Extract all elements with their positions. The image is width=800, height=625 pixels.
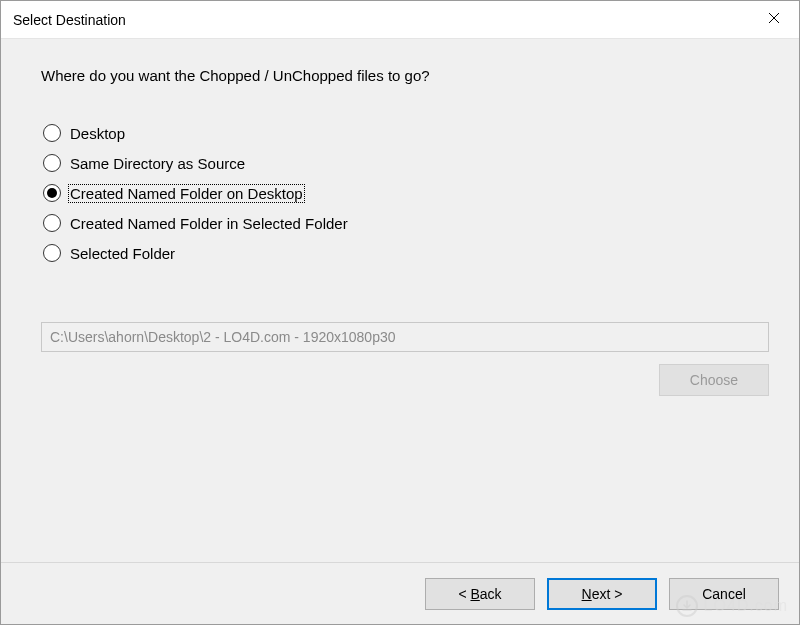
destination-path-input — [41, 322, 769, 352]
next-mnemonic: N — [582, 586, 592, 602]
radio-label: Desktop — [68, 125, 127, 142]
titlebar: Select Destination — [1, 1, 799, 39]
radio-label: Created Named Folder on Desktop — [68, 184, 305, 203]
next-button[interactable]: Next > — [547, 578, 657, 610]
close-icon — [768, 12, 780, 27]
inner-panel: Where do you want the Chopped / UnChoppe… — [1, 39, 799, 562]
close-button[interactable] — [749, 1, 799, 39]
choose-button: Choose — [659, 364, 769, 396]
content-panel: Where do you want the Chopped / UnChoppe… — [1, 39, 799, 624]
destination-radio-group: Desktop Same Directory as Source Created… — [41, 124, 769, 262]
dialog-window: Select Destination Where do you want the… — [0, 0, 800, 625]
back-rest: ack — [480, 586, 502, 602]
radio-icon-selected — [43, 184, 61, 202]
radio-desktop[interactable]: Desktop — [43, 124, 769, 142]
back-prefix: < — [458, 586, 470, 602]
cancel-button[interactable]: Cancel — [669, 578, 779, 610]
radio-label: Same Directory as Source — [68, 155, 247, 172]
radio-label: Created Named Folder in Selected Folder — [68, 215, 350, 232]
window-title: Select Destination — [13, 12, 126, 28]
next-rest: ext > — [592, 586, 623, 602]
radio-label: Selected Folder — [68, 245, 177, 262]
question-text: Where do you want the Chopped / UnChoppe… — [41, 67, 769, 84]
radio-selected-folder[interactable]: Selected Folder — [43, 244, 769, 262]
wizard-button-bar: < Back Next > Cancel — [1, 562, 799, 624]
back-mnemonic: B — [470, 586, 479, 602]
radio-named-folder-desktop[interactable]: Created Named Folder on Desktop — [43, 184, 769, 202]
radio-icon — [43, 244, 61, 262]
radio-icon — [43, 154, 61, 172]
radio-icon — [43, 214, 61, 232]
choose-row: Choose — [41, 364, 769, 396]
radio-same-directory[interactable]: Same Directory as Source — [43, 154, 769, 172]
back-button[interactable]: < Back — [425, 578, 535, 610]
radio-named-folder-selected[interactable]: Created Named Folder in Selected Folder — [43, 214, 769, 232]
radio-icon — [43, 124, 61, 142]
